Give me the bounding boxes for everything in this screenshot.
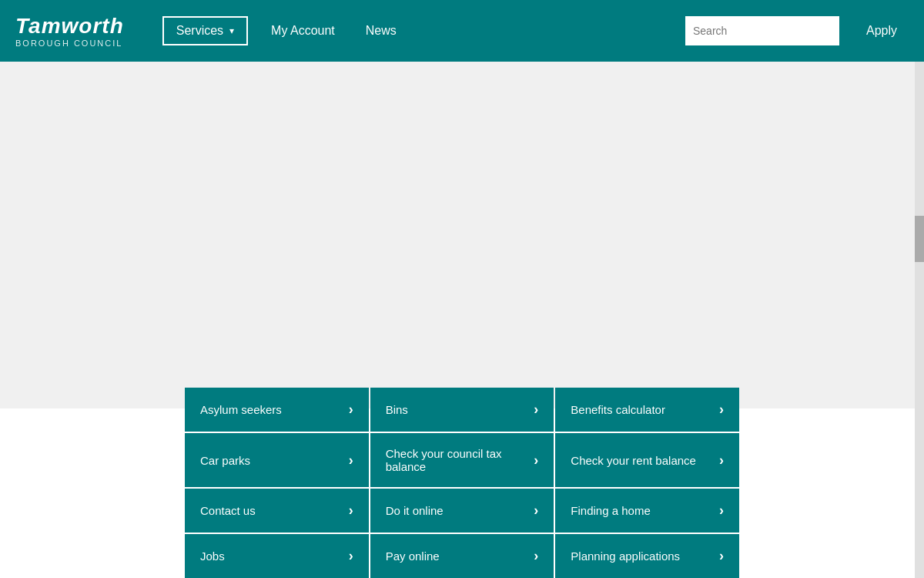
tile-label-rent-balance: Check your rent balance xyxy=(571,454,696,467)
news-link[interactable]: News xyxy=(358,24,404,38)
tile-label-pay-online: Pay online xyxy=(386,549,440,563)
chevron-down-icon: ▾ xyxy=(229,25,234,36)
tile-arrow-icon: › xyxy=(534,502,538,519)
tile-label-council-tax-balance: Check your council tax balance xyxy=(386,447,534,473)
tile-benefits-calculator[interactable]: Benefits calculator› xyxy=(555,388,739,432)
tiles-grid: Asylum seekers›Bins›Benefits calculator›… xyxy=(185,388,739,578)
tile-rent-balance[interactable]: Check your rent balance› xyxy=(555,433,739,487)
tile-label-jobs: Jobs xyxy=(200,549,225,563)
tile-label-do-it-online: Do it online xyxy=(386,504,444,517)
logo-borough: Borough Council xyxy=(15,39,124,48)
apply-button[interactable]: Apply xyxy=(855,24,909,38)
tile-label-car-parks: Car parks xyxy=(200,454,250,467)
logo: Tamworth Borough Council xyxy=(15,14,124,48)
tile-arrow-icon: › xyxy=(534,548,538,564)
tile-arrow-icon: › xyxy=(349,548,353,564)
tile-arrow-icon: › xyxy=(719,402,724,418)
tile-arrow-icon: › xyxy=(349,452,353,469)
tile-label-bins: Bins xyxy=(386,403,408,416)
tile-council-tax-balance[interactable]: Check your council tax balance› xyxy=(370,433,554,487)
scrollbar[interactable] xyxy=(915,62,924,578)
tile-label-contact-us: Contact us xyxy=(200,504,256,517)
search-container xyxy=(685,16,839,45)
tile-label-asylum-seekers: Asylum seekers xyxy=(200,403,282,416)
services-button[interactable]: Services ▾ xyxy=(162,16,248,45)
tile-asylum-seekers[interactable]: Asylum seekers› xyxy=(185,388,369,432)
tile-arrow-icon: › xyxy=(719,452,724,469)
search-input[interactable] xyxy=(685,16,839,45)
tile-arrow-icon: › xyxy=(719,502,724,519)
tile-jobs[interactable]: Jobs› xyxy=(185,534,369,578)
tile-arrow-icon: › xyxy=(534,452,538,469)
site-header: Tamworth Borough Council Services ▾ My A… xyxy=(0,0,924,62)
tile-arrow-icon: › xyxy=(349,502,353,519)
tile-do-it-online[interactable]: Do it online› xyxy=(370,489,554,533)
tile-arrow-icon: › xyxy=(349,402,353,418)
tile-label-finding-a-home: Finding a home xyxy=(571,504,650,517)
my-account-link[interactable]: My Account xyxy=(263,24,343,38)
tile-bins[interactable]: Bins› xyxy=(370,388,554,432)
hero-area xyxy=(0,62,924,408)
services-label: Services xyxy=(176,24,223,38)
main-content: Asylum seekers›Bins›Benefits calculator›… xyxy=(0,62,924,578)
tile-arrow-icon: › xyxy=(719,548,724,564)
tile-pay-online[interactable]: Pay online› xyxy=(370,534,554,578)
tile-car-parks[interactable]: Car parks› xyxy=(185,433,369,487)
tile-label-planning-applications: Planning applications xyxy=(571,549,680,563)
tile-contact-us[interactable]: Contact us› xyxy=(185,489,369,533)
tile-planning-applications[interactable]: Planning applications› xyxy=(555,534,739,578)
tiles-section: Asylum seekers›Bins›Benefits calculator›… xyxy=(0,388,924,578)
logo-tamworth: Tamworth xyxy=(15,14,124,39)
scrollbar-thumb[interactable] xyxy=(915,216,924,262)
tile-finding-a-home[interactable]: Finding a home› xyxy=(555,489,739,533)
tile-label-benefits-calculator: Benefits calculator xyxy=(571,403,665,416)
tile-arrow-icon: › xyxy=(534,402,538,418)
